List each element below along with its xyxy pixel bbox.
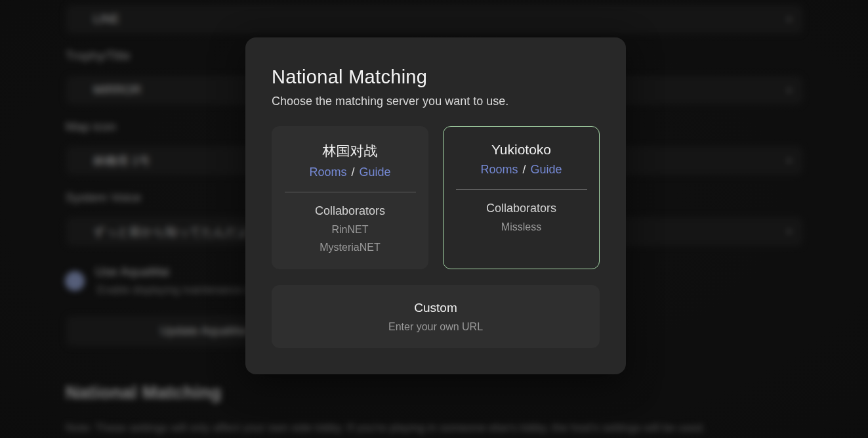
custom-card-subtitle: Enter your own URL (388, 321, 483, 333)
card-divider (456, 189, 587, 190)
custom-card-title: Custom (414, 301, 457, 315)
server-options-row: 林国对战 Rooms / Guide Collaborators RinNET … (272, 126, 600, 269)
server-links: Rooms / Guide (309, 165, 390, 179)
rooms-link[interactable]: Rooms (480, 163, 518, 177)
server-links: Rooms / Guide (480, 163, 562, 177)
link-separator: / (522, 163, 526, 177)
server-name: 林国对战 (323, 142, 378, 160)
rooms-link[interactable]: Rooms (309, 165, 346, 179)
national-matching-modal: National Matching Choose the matching se… (245, 37, 626, 374)
collaborator-name: Missless (501, 221, 541, 233)
collaborator-name: RinNET (331, 224, 368, 236)
card-divider (285, 192, 416, 192)
collaborator-name: MysteriaNET (320, 242, 380, 253)
page-background: LINE ▾ Trophy/Title MIRROR ▾ Map icon 林檎… (0, 0, 868, 438)
server-card-yukiotoko[interactable]: Yukiotoko Rooms / Guide Collaborators Mi… (443, 126, 600, 269)
server-card-linguo[interactable]: 林国对战 Rooms / Guide Collaborators RinNET … (272, 126, 428, 269)
guide-link[interactable]: Guide (530, 163, 562, 177)
guide-link[interactable]: Guide (359, 165, 390, 179)
collaborators-heading: Collaborators (315, 204, 385, 218)
modal-subtitle: Choose the matching server you want to u… (272, 95, 600, 108)
link-separator: / (351, 165, 354, 179)
modal-title: National Matching (272, 66, 600, 88)
collaborators-heading: Collaborators (486, 202, 556, 215)
custom-server-card[interactable]: Custom Enter your own URL (272, 285, 600, 348)
server-name: Yukiotoko (491, 142, 551, 158)
